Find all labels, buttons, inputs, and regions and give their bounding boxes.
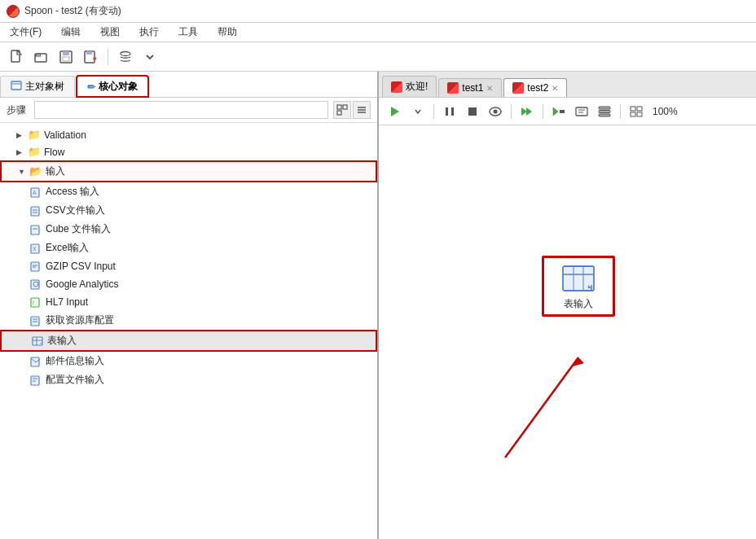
tree-item-google[interactable]: Google Analytics	[0, 275, 377, 293]
right-tab-welcome-label: 欢迎!	[406, 80, 428, 94]
tab-main-tree-label: 主对象树	[25, 80, 64, 94]
right-tab-test2[interactable]: test2 ✕	[503, 78, 567, 97]
tab-core-object-label: 核心对象	[99, 80, 138, 94]
right-tab-test1[interactable]: test1 ✕	[438, 78, 502, 97]
rt-sep-3	[543, 104, 543, 119]
tree-item-csv[interactable]: CSV文件输入	[0, 201, 377, 220]
tree-label-validation: Validation	[44, 129, 86, 141]
svg-text:A: A	[33, 190, 37, 195]
run-dropdown-btn[interactable]	[408, 102, 428, 121]
title-bar: Spoon - test2 (有变动)	[0, 0, 756, 23]
tree-item-excel[interactable]: X Excel输入	[0, 239, 377, 257]
test1-tab-close[interactable]: ✕	[486, 84, 493, 93]
file-icon-gzip	[29, 260, 42, 273]
new-button[interactable]	[7, 46, 28, 68]
search-collapse-btn[interactable]	[353, 101, 371, 119]
left-tab-area: 主对象树 ✏ 核心对象	[0, 72, 377, 98]
tree-label-resource: 获取资源库配置	[46, 313, 114, 327]
tab-main-tree[interactable]: 主对象树	[0, 76, 75, 97]
log-btn[interactable]	[572, 102, 591, 121]
file-icon-hl7: 7	[29, 296, 42, 309]
tree-area[interactable]: ▶ 📁 Validation ▶ 📁 Flow ▼ 📂 输入 A Access …	[0, 123, 377, 539]
tree-item-cube[interactable]: Cube 文件输入	[0, 220, 377, 239]
right-tab-test1-label: test1	[462, 82, 483, 94]
menu-help[interactable]: 帮助	[214, 24, 240, 41]
main-toolbar	[0, 42, 756, 72]
tree-item-resource[interactable]: 获取资源库配置	[0, 311, 377, 330]
arrow-svg	[379, 125, 756, 539]
menu-tools[interactable]: 工具	[175, 24, 201, 41]
menu-execute[interactable]: 执行	[136, 24, 162, 41]
tree-label-hl7: HL7 Input	[46, 296, 88, 308]
svg-rect-51	[560, 110, 565, 113]
right-tab-test2-label: test2	[527, 82, 548, 94]
file-icon-resource	[29, 314, 42, 327]
menu-edit[interactable]: 编辑	[58, 24, 84, 41]
tree-item-flow[interactable]: ▶ 📁 Flow	[0, 143, 377, 160]
tree-item-input[interactable]: ▼ 📂 输入	[0, 160, 377, 182]
pause-btn[interactable]	[440, 102, 459, 121]
svg-rect-12	[343, 105, 347, 109]
folder-icon-flow: 📁	[28, 146, 41, 158]
main-tree-icon	[11, 80, 22, 94]
tree-item-hl7[interactable]: 7 HL7 Input	[0, 293, 377, 311]
tree-item-mail[interactable]: 邮件信息输入	[0, 352, 377, 370]
canvas-node-table[interactable]: 表输入	[542, 256, 615, 317]
svg-rect-21	[31, 226, 39, 234]
svg-point-47	[494, 109, 498, 113]
menu-file[interactable]: 文件(F)	[7, 24, 45, 41]
test2-tab-icon	[512, 82, 524, 94]
file-icon-cube	[29, 223, 42, 236]
file-icon-google	[29, 278, 42, 291]
grid-btn[interactable]	[626, 102, 646, 121]
rt-sep-4	[620, 104, 621, 119]
search-expand-btn[interactable]	[333, 101, 351, 119]
dropdown-button[interactable]	[139, 46, 160, 68]
expand-arrow-input: ▼	[18, 168, 26, 176]
svg-line-62	[505, 357, 578, 458]
svg-rect-58	[631, 107, 635, 111]
tree-label-csv: CSV文件输入	[46, 204, 105, 217]
tree-item-access[interactable]: A Access 输入	[0, 182, 377, 201]
save-button[interactable]	[55, 46, 77, 68]
file-icon-config	[29, 374, 42, 387]
rt-sep-1	[433, 104, 434, 119]
search-input[interactable]	[34, 101, 328, 119]
svg-rect-4	[63, 57, 69, 61]
stop-btn[interactable]	[463, 102, 482, 121]
svg-marker-42	[391, 107, 399, 116]
tree-item-table[interactable]: 表输入	[0, 330, 377, 352]
tree-item-config[interactable]: 配置文件输入	[0, 370, 377, 389]
svg-rect-11	[337, 111, 341, 115]
tree-label-table: 表输入	[47, 334, 77, 348]
data-btn[interactable]	[595, 102, 614, 121]
step-run-btn[interactable]	[517, 102, 537, 121]
preview-btn[interactable]	[486, 102, 505, 121]
pencil-icon: ✏	[87, 81, 95, 93]
tree-item-validation[interactable]: ▶ 📁 Validation	[0, 126, 377, 143]
open-button[interactable]	[31, 46, 52, 68]
canvas-node-icon	[561, 265, 596, 296]
tree-label-gzip: GZIP CSV Input	[46, 261, 116, 272]
tree-label-cube: Cube 文件输入	[46, 222, 111, 236]
file-icon-table	[31, 335, 44, 348]
tree-label-input: 输入	[46, 164, 65, 178]
svg-text:X: X	[33, 246, 37, 252]
expand-arrow-flow: ▶	[16, 148, 24, 156]
canvas-area[interactable]: 表输入	[379, 125, 756, 539]
file-icon-csv	[29, 204, 42, 217]
file-icon-excel: X	[29, 242, 42, 255]
run-btn[interactable]	[385, 102, 405, 121]
debug-btn[interactable]	[549, 102, 569, 121]
saveas-button[interactable]	[80, 46, 101, 68]
layers-button[interactable]	[115, 46, 136, 68]
menu-bar: 文件(F) 编辑 视图 执行 工具 帮助	[0, 23, 756, 42]
menu-view[interactable]: 视图	[97, 24, 123, 41]
svg-marker-50	[553, 107, 558, 116]
svg-rect-57	[599, 114, 610, 116]
right-tab-welcome[interactable]: 欢迎!	[382, 76, 437, 97]
tab-core-object[interactable]: ✏ 核心对象	[77, 76, 148, 97]
test2-tab-close[interactable]: ✕	[552, 84, 558, 93]
svg-rect-52	[576, 107, 587, 116]
tree-item-gzip[interactable]: GZIP CSV Input	[0, 257, 377, 275]
